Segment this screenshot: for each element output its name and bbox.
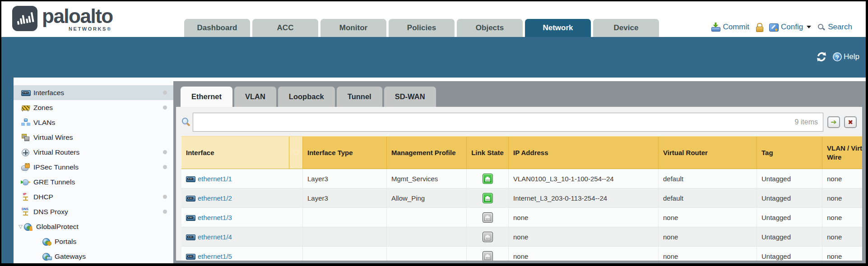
cell: Internet_L3_203-0-113-254--24 (508, 188, 658, 207)
column-header-ip-address[interactable]: IP Address (508, 137, 658, 169)
filter-row: 9 items ➔ ✖ (176, 107, 862, 135)
sidebar-item-portals[interactable]: Portals (14, 234, 173, 249)
cell: default (658, 169, 757, 188)
cell: default (658, 188, 757, 207)
column-header-tag[interactable]: Tag (757, 137, 822, 169)
cell (386, 247, 466, 261)
commit-button[interactable]: Commit (711, 23, 749, 32)
link-state-down-icon (483, 251, 493, 261)
sidebar-item-label: GlobalProtect (36, 223, 79, 231)
content-tabs: EthernetVLANLoopbackTunnelSD-WAN (181, 87, 436, 107)
tab-sd-wan[interactable]: SD-WAN (384, 87, 436, 107)
cell: none (658, 247, 757, 261)
sort-dropdown-button[interactable] (289, 137, 302, 169)
search-button[interactable]: Search (817, 23, 852, 32)
triangle-expander-icon[interactable] (17, 224, 24, 229)
cell: Layer3 (302, 188, 386, 207)
cell (466, 227, 508, 246)
table-row: ethernet1/2Layer3Allow_PingInternet_L3_2… (181, 188, 862, 208)
sidebar-item-label: Portals (55, 238, 76, 246)
config-button[interactable]: Config (769, 23, 811, 32)
sidebar-item-label: Interfaces (33, 89, 64, 97)
column-header-interface[interactable]: Interface (181, 137, 289, 169)
help-button[interactable]: ? Help (833, 52, 859, 61)
interface-link[interactable]: ethernet1/4 (198, 233, 232, 241)
cell: none (658, 208, 757, 227)
sidebar-list: InterfacesZonesVLANsVirtual WiresVirtual… (14, 85, 173, 263)
apply-filter-button[interactable]: ➔ (827, 116, 840, 128)
sidebar-item-virtual-wires[interactable]: Virtual Wires (14, 130, 173, 145)
sidebar-item-dns-proxy[interactable]: DNS Proxy (14, 204, 173, 219)
interface-link[interactable]: ethernet1/3 (198, 214, 232, 221)
sidebar-item-vlans[interactable]: VLANs (14, 115, 173, 130)
cell: Untagged (757, 247, 822, 261)
interface-link[interactable]: ethernet1/1 (198, 175, 232, 183)
sidebar-item-gre-tunnels[interactable]: GRE Tunnels (14, 174, 173, 189)
secondary-bar-actions: ? Help (816, 52, 859, 62)
config-icon (769, 23, 778, 31)
sidebar-item-dhcp[interactable]: DHCP (14, 189, 173, 204)
secondary-bar: ? Help (1, 37, 866, 78)
clear-filter-button[interactable]: ✖ (844, 116, 857, 128)
sidebar-item-virtual-routers[interactable]: Virtual Routers (14, 145, 173, 160)
cell (466, 169, 508, 188)
column-header-vlan-virtual-wire[interactable]: VLAN / Virtual Wire (822, 137, 862, 169)
cell: Untagged (757, 169, 822, 188)
sidebar-item-interfaces[interactable]: Interfaces (14, 85, 173, 100)
column-header-management-profile[interactable]: Management Profile (386, 137, 466, 169)
main-content: EthernetVLANLoopbackTunnelSD-WAN 9 items… (173, 81, 866, 263)
commit-icon (711, 23, 720, 32)
tab-dashboard[interactable]: Dashboard (184, 19, 250, 37)
sidebar-item-gateways[interactable]: Gateways (14, 249, 173, 263)
lock-button[interactable] (756, 23, 763, 32)
sidebar-item-label: DNS Proxy (33, 208, 68, 216)
table-header-row: InterfaceInterface TypeManagement Profil… (181, 136, 862, 169)
interfaces-icon (21, 89, 30, 96)
interface-cell: ethernet1/3 (181, 208, 302, 227)
help-label: Help (844, 52, 859, 61)
tab-loopback[interactable]: Loopback (278, 87, 335, 107)
cell: none (822, 169, 862, 188)
tab-ethernet[interactable]: Ethernet (181, 87, 232, 107)
left-teal-strip (1, 78, 14, 263)
search-icon (817, 23, 825, 31)
interface-cell: ethernet1/1 (181, 169, 302, 188)
tab-network[interactable]: Network (525, 19, 591, 37)
paloalto-logo: paloalto NETWORKS® (12, 6, 113, 32)
vlans-icon (21, 119, 30, 126)
column-header-virtual-router[interactable]: Virtual Router (658, 137, 757, 169)
sidebar-item-label: Gateways (55, 252, 86, 261)
ipsec-tunnels-icon (21, 163, 30, 171)
tab-monitor[interactable]: Monitor (320, 19, 386, 37)
dns-proxy-icon (21, 208, 30, 216)
zones-icon (21, 104, 30, 111)
cell: Allow_Ping (386, 188, 466, 207)
interface-link[interactable]: ethernet1/5 (198, 252, 232, 260)
sidebar-item-label: IPSec Tunnels (33, 163, 79, 171)
sidebar-item-label: Zones (33, 104, 53, 112)
tab-device[interactable]: Device (593, 19, 659, 37)
tab-objects[interactable]: Objects (457, 19, 523, 37)
sidebar-item-globalprotect[interactable]: GlobalProtect (14, 219, 173, 234)
sidebar-item-zones[interactable]: Zones (14, 100, 173, 115)
tab-policies[interactable]: Policies (389, 19, 455, 37)
filter-input[interactable] (193, 113, 823, 132)
column-header-link-state[interactable]: Link State (466, 137, 508, 169)
virtual-routers-icon (21, 148, 30, 156)
submenu-dot-icon (163, 91, 167, 95)
column-header-interface-type[interactable]: Interface Type (302, 137, 386, 169)
refresh-button[interactable] (816, 52, 827, 62)
sidebar-item-label: Virtual Routers (33, 148, 79, 156)
config-label: Config (781, 23, 803, 32)
sidebar-item-ipsec-tunnels[interactable]: IPSec Tunnels (14, 160, 173, 174)
logo-brand: paloalto (42, 6, 113, 27)
sidebar-item-label: Virtual Wires (33, 133, 73, 142)
filter-input-wrap: 9 items (193, 113, 823, 132)
tab-acc[interactable]: ACC (252, 19, 318, 37)
interface-link[interactable]: ethernet1/2 (198, 194, 232, 202)
submenu-dot-icon (163, 210, 167, 214)
cell (466, 188, 508, 207)
cell (386, 227, 466, 246)
tab-vlan[interactable]: VLAN (234, 87, 276, 107)
tab-tunnel[interactable]: Tunnel (337, 87, 382, 107)
